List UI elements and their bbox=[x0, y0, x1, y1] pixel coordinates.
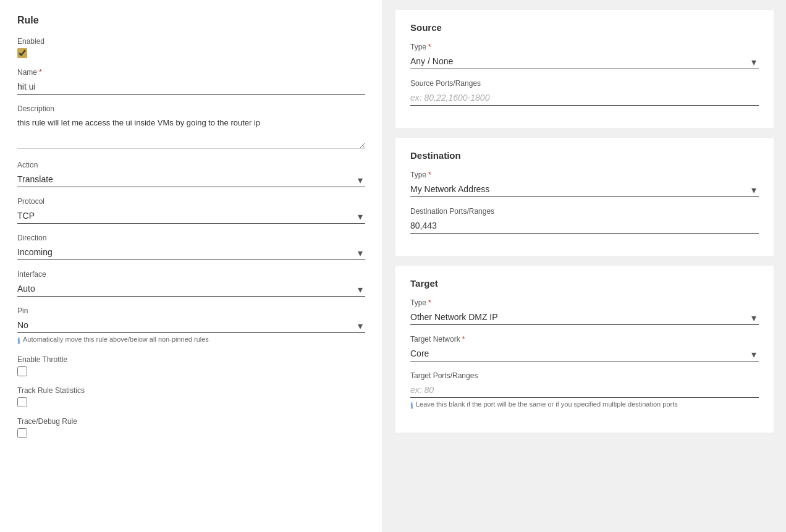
trace-debug-label: Trace/Debug Rule bbox=[17, 417, 365, 426]
name-input[interactable] bbox=[17, 79, 365, 95]
destination-type-select-wrapper: My Network Address Any / None Other Netw… bbox=[410, 182, 759, 197]
target-ports-label: Target Ports/Ranges bbox=[410, 371, 759, 380]
target-ports-field: Target Ports/Ranges ℹ Leave this blank i… bbox=[410, 371, 759, 410]
interface-label: Interface bbox=[17, 270, 365, 279]
target-network-field: Target Network * Core DMZ LAN ▾ bbox=[410, 335, 759, 361]
source-type-select[interactable]: Any / None My Network Address Other Netw… bbox=[410, 54, 759, 69]
source-type-required: * bbox=[428, 43, 431, 51]
interface-field: Interface Auto ▾ bbox=[17, 270, 365, 297]
name-label: Name * bbox=[17, 68, 365, 77]
target-network-label: Target Network * bbox=[410, 335, 759, 344]
action-select[interactable]: Translate Block Allow bbox=[17, 172, 365, 187]
target-ports-input[interactable] bbox=[410, 382, 759, 398]
track-stats-field: Track Rule Statistics bbox=[17, 386, 365, 407]
protocol-label: Protocol bbox=[17, 197, 365, 206]
name-required: * bbox=[39, 68, 42, 77]
direction-label: Direction bbox=[17, 234, 365, 242]
pin-info: ℹ Automatically move this rule above/bel… bbox=[17, 336, 365, 345]
target-network-select[interactable]: Core DMZ LAN bbox=[410, 346, 759, 361]
interface-select-wrapper: Auto ▾ bbox=[17, 281, 365, 297]
source-type-field: Type * Any / None My Network Address Oth… bbox=[410, 43, 759, 69]
description-label: Description bbox=[17, 104, 365, 113]
destination-type-required: * bbox=[428, 171, 431, 179]
pin-field: Pin No Yes ▾ ℹ Automatically move this r… bbox=[17, 306, 365, 345]
direction-select[interactable]: Incoming Outgoing Both bbox=[17, 245, 365, 260]
throttle-field: Enable Throttle bbox=[17, 355, 365, 376]
pin-select[interactable]: No Yes bbox=[17, 318, 365, 333]
throttle-label: Enable Throttle bbox=[17, 355, 365, 364]
enabled-checkbox-wrapper bbox=[17, 48, 365, 58]
pin-select-wrapper: No Yes ▾ bbox=[17, 318, 365, 333]
target-ports-info: ℹ Leave this blank if the port will be t… bbox=[410, 400, 759, 410]
right-panel: Source Type * Any / None My Network Addr… bbox=[383, 0, 786, 532]
action-select-wrapper: Translate Block Allow ▾ bbox=[17, 172, 365, 187]
enabled-checkbox[interactable] bbox=[17, 48, 27, 58]
destination-ports-field: Destination Ports/Ranges bbox=[410, 207, 759, 234]
protocol-select-wrapper: TCP UDP ICMP Any ▾ bbox=[17, 208, 365, 224]
direction-field: Direction Incoming Outgoing Both ▾ bbox=[17, 234, 365, 260]
enabled-label: Enabled bbox=[17, 37, 365, 46]
destination-ports-label: Destination Ports/Ranges bbox=[410, 207, 759, 216]
track-stats-label: Track Rule Statistics bbox=[17, 386, 365, 395]
destination-title: Destination bbox=[410, 150, 759, 161]
source-type-label: Type * bbox=[410, 43, 759, 51]
target-type-required: * bbox=[428, 298, 431, 307]
destination-type-label: Type * bbox=[410, 171, 759, 179]
track-stats-checkbox-wrapper bbox=[17, 397, 365, 407]
target-ports-info-icon: ℹ bbox=[410, 401, 413, 410]
throttle-checkbox-wrapper bbox=[17, 366, 365, 376]
track-stats-checkbox[interactable] bbox=[17, 397, 27, 407]
destination-ports-input[interactable] bbox=[410, 218, 759, 234]
action-label: Action bbox=[17, 161, 365, 169]
target-type-select-wrapper: Other Network DMZ IP My Network Address … bbox=[410, 310, 759, 325]
destination-type-select[interactable]: My Network Address Any / None Other Netw… bbox=[410, 182, 759, 197]
source-card: Source Type * Any / None My Network Addr… bbox=[395, 10, 774, 128]
target-title: Target bbox=[410, 278, 759, 289]
pin-info-icon: ℹ bbox=[17, 336, 20, 345]
throttle-checkbox[interactable] bbox=[17, 366, 27, 376]
interface-select[interactable]: Auto bbox=[17, 281, 365, 297]
destination-card: Destination Type * My Network Address An… bbox=[395, 138, 774, 256]
source-ports-label: Source Ports/Ranges bbox=[410, 79, 759, 88]
description-textarea[interactable]: this rule will let me access the ui insi… bbox=[17, 116, 365, 149]
target-network-select-wrapper: Core DMZ LAN ▾ bbox=[410, 346, 759, 361]
left-panel: Rule Enabled Name * Description this rul… bbox=[0, 0, 383, 532]
target-type-select[interactable]: Other Network DMZ IP My Network Address … bbox=[410, 310, 759, 325]
protocol-field: Protocol TCP UDP ICMP Any ▾ bbox=[17, 197, 365, 224]
source-ports-input[interactable] bbox=[410, 90, 759, 106]
name-field: Name * bbox=[17, 68, 365, 95]
trace-debug-checkbox[interactable] bbox=[17, 428, 27, 438]
direction-select-wrapper: Incoming Outgoing Both ▾ bbox=[17, 245, 365, 260]
source-title: Source bbox=[410, 22, 759, 33]
page-title: Rule bbox=[17, 15, 365, 26]
enabled-field: Enabled bbox=[17, 37, 365, 58]
target-type-label: Type * bbox=[410, 298, 759, 307]
description-field: Description this rule will let me access… bbox=[17, 104, 365, 151]
destination-type-field: Type * My Network Address Any / None Oth… bbox=[410, 171, 759, 197]
trace-debug-field: Trace/Debug Rule bbox=[17, 417, 365, 438]
pin-label: Pin bbox=[17, 306, 365, 315]
trace-debug-checkbox-wrapper bbox=[17, 428, 365, 438]
protocol-select[interactable]: TCP UDP ICMP Any bbox=[17, 208, 365, 224]
action-field: Action Translate Block Allow ▾ bbox=[17, 161, 365, 187]
target-type-field: Type * Other Network DMZ IP My Network A… bbox=[410, 298, 759, 325]
target-network-required: * bbox=[462, 335, 465, 344]
source-ports-field: Source Ports/Ranges bbox=[410, 79, 759, 106]
source-type-select-wrapper: Any / None My Network Address Other Netw… bbox=[410, 54, 759, 69]
target-card: Target Type * Other Network DMZ IP My Ne… bbox=[395, 266, 774, 433]
